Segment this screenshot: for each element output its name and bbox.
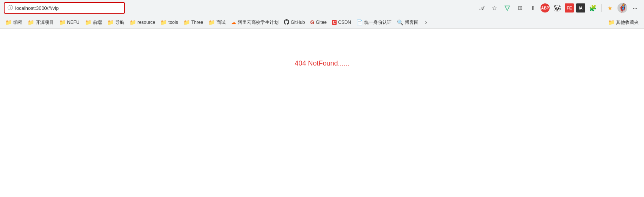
bookmark-label: Three xyxy=(191,20,203,25)
fe-helper-icon[interactable]: FE xyxy=(565,3,574,13)
adblock-plus-icon[interactable]: ABP xyxy=(541,3,550,13)
bookmark-label: NEFU xyxy=(67,20,80,25)
error-message: 404 NotFound...... xyxy=(295,59,349,67)
avatar-icon: 🦸 xyxy=(617,3,627,13)
read-mode-button[interactable]: 𝒜 xyxy=(476,3,487,13)
github-icon xyxy=(284,19,289,26)
bookmark-label: Gitee xyxy=(316,20,327,25)
ia-icon[interactable]: IA xyxy=(576,3,585,13)
bookmark-label: CSDN xyxy=(338,20,351,25)
folder-icon: 📁 xyxy=(28,19,34,25)
bookmark-label: 编程 xyxy=(13,19,22,26)
share-icon: ⬆ xyxy=(531,5,535,11)
star-icon: ☆ xyxy=(492,5,497,12)
ext-puzzle-button[interactable]: 🧩 xyxy=(588,3,598,13)
bookmark-label: 博客园 xyxy=(405,19,418,26)
bookmark-label: 导航 xyxy=(115,19,124,26)
vuejs-devtools-button[interactable]: ▽ xyxy=(502,3,512,13)
info-icon: ⓘ xyxy=(8,5,13,11)
more-bookmarks-button[interactable]: › xyxy=(421,18,431,27)
csdn-icon: C xyxy=(332,20,337,25)
bookmark-item-identity[interactable]: 📄 统一身份认证 xyxy=(354,17,394,27)
puzzle-icon: 🧩 xyxy=(589,5,597,12)
bookmark-item-aliyun[interactable]: ☁ 阿里云高校学生计划 xyxy=(229,17,281,27)
add-favorites-button[interactable]: ★ xyxy=(605,3,615,13)
profile-avatar[interactable]: 🦸 xyxy=(617,3,627,13)
bookmark-label: 统一身份认证 xyxy=(364,19,392,26)
folder-icon: 📁 xyxy=(608,19,614,25)
chevron-right-icon: › xyxy=(425,19,427,26)
bookmark-label: 阿里云高校学生计划 xyxy=(238,19,279,26)
ext-unknown-button[interactable]: 🐼 xyxy=(552,3,563,13)
bookmark-item-nefu[interactable]: 📁 NEFU xyxy=(57,17,82,27)
doc-icon: 📄 xyxy=(356,19,363,25)
bookmark-item-coding[interactable]: 📁 编程 xyxy=(3,17,25,27)
filled-star-icon: ★ xyxy=(607,5,613,12)
main-content: 404 NotFound...... xyxy=(0,29,644,188)
bookmark-item-resource[interactable]: 📁 resource xyxy=(127,17,158,27)
bookmark-label: GitHub xyxy=(291,20,305,25)
bookmark-item-gitee[interactable]: G Gitee xyxy=(308,17,329,27)
bookmark-item-opensource[interactable]: 📁 开源项目 xyxy=(25,17,56,27)
folder-icon: 📁 xyxy=(5,19,12,25)
action-divider xyxy=(601,4,602,12)
address-bar[interactable]: ⓘ localhost:3000/#/vip xyxy=(4,2,125,14)
collections-button[interactable]: ⊞ xyxy=(515,3,525,13)
vuejs-icon: ▽ xyxy=(505,4,510,12)
bookmark-label: resource xyxy=(138,20,155,25)
folder-icon: 📁 xyxy=(130,19,136,25)
read-mode-icon: 𝒜 xyxy=(479,5,484,11)
panda-icon: 🐼 xyxy=(553,5,561,12)
bookmarks-bar: 📁 编程 📁 开源项目 📁 NEFU 📁 前端 📁 导航 📁 resource … xyxy=(0,16,644,29)
folder-icon: 📁 xyxy=(59,19,66,25)
gitee-icon: G xyxy=(310,19,314,25)
collections-icon: ⊞ xyxy=(518,5,523,11)
folder-icon: 📁 xyxy=(183,19,190,25)
bookmark-label: 其他收藏夹 xyxy=(616,19,639,26)
bookmark-item-other[interactable]: 📁 其他收藏夹 xyxy=(606,17,641,27)
bookmark-label: tools xyxy=(168,20,178,25)
bookmark-item-three[interactable]: 📁 Three xyxy=(181,17,205,27)
favorites-button[interactable]: ☆ xyxy=(489,3,500,13)
share-button[interactable]: ⬆ xyxy=(528,3,538,13)
bookmark-item-csdn[interactable]: C CSDN xyxy=(330,17,353,27)
bookmark-item-nav[interactable]: 📁 导航 xyxy=(105,17,127,27)
bookmark-item-frontend[interactable]: 📁 前端 xyxy=(83,17,104,27)
bookmark-item-tools[interactable]: 📁 tools xyxy=(158,17,180,27)
folder-icon: 📁 xyxy=(160,19,167,25)
bookmark-item-interview[interactable]: 📁 面试 xyxy=(206,17,228,27)
bookmark-label: 前端 xyxy=(93,19,102,26)
address-bar-row: ⓘ localhost:3000/#/vip 𝒜 ☆ ▽ ⊞ ⬆ ABP 🐼 xyxy=(0,0,644,16)
bookmark-label: 面试 xyxy=(216,19,226,26)
bookmarks-right: 📁 其他收藏夹 xyxy=(606,17,641,27)
more-menu-button[interactable]: ··· xyxy=(630,3,640,13)
ellipsis-icon: ··· xyxy=(633,4,637,12)
search-icon: 🔍 xyxy=(397,19,403,25)
bookmark-label: 开源项目 xyxy=(36,19,54,26)
folder-icon: 📁 xyxy=(208,19,215,25)
folder-icon: 📁 xyxy=(85,19,91,25)
aliyun-icon: ☁ xyxy=(231,19,236,25)
url-text: localhost:3000/#/vip xyxy=(15,5,59,11)
bookmark-item-blog[interactable]: 🔍 博客园 xyxy=(395,17,421,27)
folder-icon: 📁 xyxy=(107,19,114,25)
browser-chrome: ⓘ localhost:3000/#/vip 𝒜 ☆ ▽ ⊞ ⬆ ABP 🐼 xyxy=(0,0,644,29)
bookmark-item-github[interactable]: GitHub xyxy=(282,17,307,27)
browser-actions: 𝒜 ☆ ▽ ⊞ ⬆ ABP 🐼 FE IA 🧩 xyxy=(476,3,640,13)
